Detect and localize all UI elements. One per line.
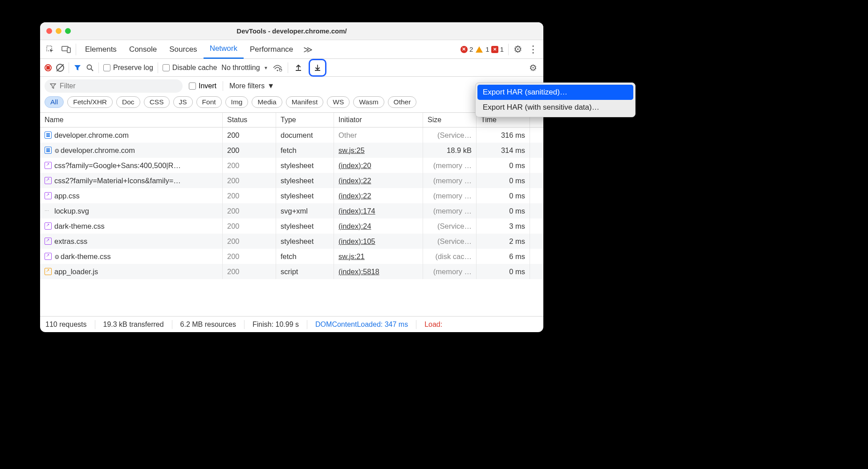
more-menu-icon[interactable]: ⋮	[527, 44, 539, 55]
tab-network[interactable]: Network	[204, 40, 244, 59]
window-close-button[interactable]	[46, 28, 52, 34]
initiator-value[interactable]: (index):22	[338, 192, 371, 200]
filter-input[interactable]	[60, 82, 175, 90]
initiator-value[interactable]: (index):174	[338, 207, 375, 215]
tab-sources[interactable]: Sources	[163, 40, 203, 59]
status-value: 200	[227, 146, 240, 155]
script-icon	[45, 268, 52, 275]
time-value: 0 ms	[477, 203, 530, 218]
table-row[interactable]: dark-theme.css200stylesheet(index):24(Se…	[40, 218, 543, 234]
initiator-value[interactable]: sw.js:21	[338, 252, 365, 261]
table-row[interactable]: developer.chrome.com200documentOther(Ser…	[40, 128, 543, 143]
table-row[interactable]: extras.css200stylesheet(index):105(Servi…	[40, 234, 543, 249]
disable-cache-checkbox[interactable]: Disable cache	[163, 64, 217, 72]
filter-chip-css[interactable]: CSS	[144, 96, 170, 108]
filter-chip-media[interactable]: Media	[252, 96, 282, 108]
table-row[interactable]: developer.chrome.com200fetchsw.js:2518.9…	[40, 143, 543, 158]
type-value: fetch	[276, 249, 334, 264]
preserve-log-checkbox[interactable]: Preserve log	[103, 64, 153, 72]
invert-checkbox[interactable]: Invert	[189, 82, 216, 90]
export-har-icon[interactable]	[312, 62, 323, 74]
type-value: document	[276, 128, 334, 143]
device-toolbar-icon[interactable]	[61, 44, 72, 55]
initiator-value[interactable]: (index):5818	[338, 267, 379, 276]
import-har-icon[interactable]	[293, 62, 304, 74]
column-header-initiator[interactable]: Initiator	[334, 113, 423, 127]
filter-chip-wasm[interactable]: Wasm	[353, 96, 384, 108]
stylesheet-icon	[45, 238, 52, 245]
initiator-value[interactable]: (index):22	[338, 177, 371, 185]
tab-performance[interactable]: Performance	[244, 40, 299, 59]
tab-console[interactable]: Console	[123, 40, 163, 59]
initiator-value[interactable]: (index):105	[338, 237, 375, 246]
window-minimize-button[interactable]	[56, 28, 61, 34]
status-value: 200	[227, 252, 240, 261]
request-name: app_loader.js	[54, 267, 98, 276]
export-har-menu-item[interactable]: Export HAR (sanitized)…	[477, 85, 633, 100]
chevron-down-icon: ▼	[267, 82, 274, 90]
document-icon	[45, 147, 52, 154]
column-header-type[interactable]: Type	[276, 113, 334, 127]
type-value: stylesheet	[276, 158, 334, 173]
search-icon[interactable]	[86, 64, 94, 72]
filter-chip-ws[interactable]: WS	[327, 96, 350, 108]
size-value: (Service…	[437, 237, 472, 246]
settings-gear-icon[interactable]: ⚙	[512, 44, 524, 55]
tabs-overflow-icon[interactable]: ≫	[302, 44, 314, 55]
export-har-menu-item[interactable]: Export HAR (with sensitive data)…	[477, 100, 633, 115]
clear-button[interactable]	[56, 64, 64, 72]
status-value: 200	[227, 207, 240, 215]
image-icon: ⋯	[45, 208, 52, 214]
filter-chip-doc[interactable]: Doc	[116, 96, 140, 108]
column-header-size[interactable]: Size	[423, 113, 477, 127]
sb-resources: 6.2 MB resources	[180, 321, 236, 329]
filter-chip-img[interactable]: Img	[225, 96, 249, 108]
filter-chip-js[interactable]: JS	[173, 96, 193, 108]
size-value: (memory …	[433, 177, 472, 185]
size-value: (memory …	[433, 161, 472, 170]
status-value: 200	[227, 131, 240, 140]
svg-line-4	[91, 69, 94, 71]
sb-load: Load:	[424, 321, 442, 329]
initiator-value[interactable]: sw.js:25	[338, 146, 365, 155]
filter-chip-manifest[interactable]: Manifest	[286, 96, 324, 108]
throttling-select[interactable]: No throttling	[221, 64, 267, 72]
table-row[interactable]: ⋯lockup.svg200svg+xml(index):174(memory …	[40, 203, 543, 218]
table-row[interactable]: css2?family=Material+Icons&family=…200st…	[40, 173, 543, 188]
size-value: 18.9 kB	[447, 146, 472, 155]
table-row[interactable]: css?family=Google+Sans:400,500|R…200styl…	[40, 158, 543, 173]
network-settings-gear-icon[interactable]: ⚙	[527, 62, 539, 74]
column-header-name[interactable]: Name	[40, 113, 223, 127]
table-row[interactable]: app_loader.js200script(index):5818(memor…	[40, 264, 543, 279]
type-value: stylesheet	[276, 234, 334, 249]
filter-chip-all[interactable]: All	[45, 96, 64, 108]
record-button[interactable]	[45, 64, 52, 71]
network-toolbar: Preserve log Disable cache No throttling…	[40, 59, 543, 77]
table-row[interactable]: dark-theme.css200fetchsw.js:21(disk cac……	[40, 249, 543, 264]
export-har-highlight	[309, 59, 326, 77]
window-maximize-button[interactable]	[65, 28, 71, 34]
status-value: 200	[227, 237, 240, 246]
network-conditions-icon[interactable]	[272, 62, 283, 74]
tab-elements[interactable]: Elements	[79, 40, 123, 59]
filter-chip-other[interactable]: Other	[388, 96, 417, 108]
sb-finish: Finish: 10.99 s	[253, 321, 299, 329]
filter-chip-font[interactable]: Font	[196, 96, 222, 108]
console-status-group[interactable]: ✕ 2 1 ✕ 1	[460, 44, 509, 55]
status-value: 200	[227, 267, 240, 276]
funnel-icon	[50, 83, 56, 89]
initiator-value[interactable]: (index):20	[338, 161, 371, 170]
initiator-value[interactable]: (index):24	[338, 222, 371, 230]
filter-toggle-icon[interactable]	[73, 64, 82, 72]
filter-input-pill[interactable]	[45, 79, 183, 93]
request-name: developer.chrome.com	[54, 146, 135, 155]
titlebar: DevTools - developer.chrome.com/	[40, 22, 543, 40]
filter-chip-fetchxhr[interactable]: Fetch/XHR	[67, 96, 113, 108]
status-value: 200	[227, 161, 240, 170]
inspect-element-icon[interactable]	[45, 44, 56, 55]
checkbox-icon	[189, 82, 196, 90]
sb-domcontentloaded: DOMContentLoaded: 347 ms	[315, 321, 408, 329]
table-row[interactable]: app.css200stylesheet(index):22(memory …0…	[40, 188, 543, 203]
column-header-status[interactable]: Status	[223, 113, 276, 127]
more-filters-dropdown[interactable]: More filters ▼	[229, 82, 274, 90]
